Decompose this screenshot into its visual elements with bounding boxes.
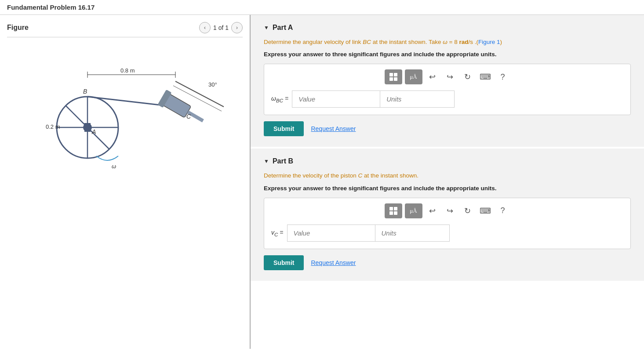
left-panel: Figure ‹ 1 of 1 ›	[0, 15, 251, 349]
part-b-section: ▼ Part B Determine the velocity of the p…	[251, 149, 644, 280]
svg-rect-8	[84, 123, 91, 132]
part-a-description: Determine the angular velocity of link B…	[264, 38, 631, 47]
next-figure-button[interactable]: ›	[231, 22, 243, 33]
figure-image: A B 30° C	[7, 55, 243, 169]
part-a-chevron[interactable]: ▼	[264, 25, 269, 31]
mechanism-diagram: A B 30° C	[19, 55, 230, 169]
part-a-submit-button[interactable]: Submit	[264, 121, 304, 136]
help-button-b[interactable]: ?	[495, 203, 510, 218]
part-a-toolbar: μÅ ↩ ↪ ↻ ⌨ ?	[271, 69, 623, 84]
refresh-button-a[interactable]: ↻	[460, 69, 475, 84]
part-a-request-answer-button[interactable]: Request Answer	[311, 125, 356, 132]
refresh-button-b[interactable]: ↻	[460, 203, 475, 218]
figure-count: 1 of 1	[213, 24, 229, 31]
right-panel: ▼ Part A Determine the angular velocity …	[251, 15, 644, 349]
mu-button-a[interactable]: μÅ	[405, 69, 422, 84]
redo-button-a[interactable]: ↪	[443, 69, 458, 84]
part-a-units-input[interactable]	[380, 91, 455, 108]
part-b-description: Determine the velocity of the piston C a…	[264, 171, 631, 180]
part-a-input-row: ωBC =	[271, 91, 623, 108]
part-b-header: ▼ Part B	[264, 157, 631, 165]
help-button-a[interactable]: ?	[495, 69, 510, 84]
part-a-value-input[interactable]	[292, 91, 380, 108]
svg-text:30°: 30°	[208, 81, 217, 88]
part-a-instruction: Express your answer to three significant…	[264, 51, 631, 58]
part-a-actions: Submit Request Answer	[264, 121, 631, 136]
grid-icon-b	[389, 207, 397, 215]
figure1-link-a[interactable]: Figure 1	[478, 39, 500, 45]
figure-nav: ‹ 1 of 1 ›	[199, 22, 243, 33]
part-b-actions: Submit Request Answer	[264, 255, 631, 270]
page-title: Fundamental Problem 16.17	[0, 0, 644, 15]
part-a-title: Part A	[273, 24, 293, 32]
part-b-toolbar: μÅ ↩ ↪ ↻ ⌨ ?	[271, 203, 623, 218]
undo-button-b[interactable]: ↩	[425, 203, 440, 218]
svg-text:0.8 m: 0.8 m	[120, 67, 135, 74]
svg-text:B: B	[83, 88, 87, 95]
part-b-answer-box: μÅ ↩ ↪ ↻ ⌨ ? vC =	[264, 198, 631, 249]
redo-button-b[interactable]: ↪	[443, 203, 458, 218]
undo-button-a[interactable]: ↩	[425, 69, 440, 84]
svg-text:C: C	[186, 113, 191, 120]
part-a-header: ▼ Part A	[264, 24, 631, 32]
grid-button-b[interactable]	[385, 203, 402, 218]
part-b-title: Part B	[273, 157, 293, 165]
part-b-chevron[interactable]: ▼	[264, 158, 269, 164]
mu-button-b[interactable]: μÅ	[405, 203, 422, 218]
part-b-units-input[interactable]	[375, 225, 450, 242]
grid-button-a[interactable]	[385, 69, 402, 84]
svg-text:A: A	[91, 128, 96, 135]
figure-title: Figure	[7, 24, 29, 32]
svg-line-7	[87, 127, 109, 149]
part-b-request-answer-button[interactable]: Request Answer	[311, 259, 356, 266]
mu-icon-a: μÅ	[410, 73, 417, 80]
figure-header: Figure ‹ 1 of 1 ›	[7, 22, 243, 37]
svg-text:ω: ω	[112, 163, 116, 169]
mu-icon-b: μÅ	[410, 207, 417, 214]
part-b-label: vC =	[271, 229, 284, 237]
part-b-input-row: vC =	[271, 225, 623, 242]
part-b-submit-button[interactable]: Submit	[264, 255, 304, 270]
part-a-section: ▼ Part A Determine the angular velocity …	[251, 15, 644, 147]
prev-figure-button[interactable]: ‹	[199, 22, 211, 33]
keyboard-button-a[interactable]: ⌨	[478, 69, 493, 84]
part-a-answer-box: μÅ ↩ ↪ ↻ ⌨ ? ωBC =	[264, 64, 631, 115]
svg-line-6	[66, 106, 87, 127]
svg-text:0.2 m: 0.2 m	[46, 123, 60, 130]
part-b-value-input[interactable]	[287, 225, 375, 242]
grid-icon-a	[389, 73, 397, 81]
part-b-instruction: Express your answer to three significant…	[264, 185, 631, 192]
part-a-label: ωBC =	[271, 95, 288, 103]
keyboard-button-b[interactable]: ⌨	[478, 203, 493, 218]
